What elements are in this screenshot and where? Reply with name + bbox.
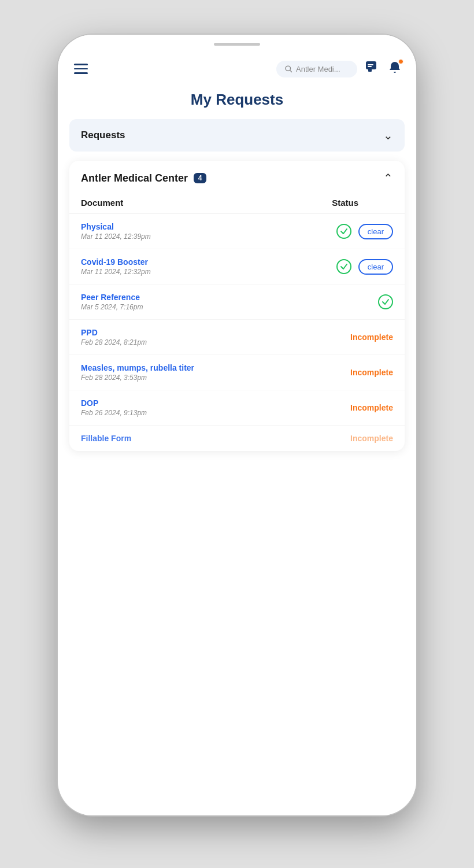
doc-info: Fillable Form — [81, 434, 131, 443]
search-placeholder-text: Antler Medi... — [296, 65, 340, 73]
table-row: PPD Feb 28 2024, 8:21pm Incomplete — [69, 320, 405, 355]
check-circle-icon — [336, 259, 351, 274]
table-row: Physical Mar 11 2024, 12:39pm clear — [69, 214, 405, 249]
check-circle-icon — [336, 224, 351, 239]
notch-bar — [58, 35, 416, 50]
doc-name[interactable]: Fillable Form — [81, 434, 131, 443]
phone-content: Antler Medi... — [58, 50, 416, 815]
chat-icon — [364, 60, 380, 76]
check-circle-icon — [378, 294, 393, 309]
collapse-icon[interactable]: ⌃ — [383, 171, 393, 185]
card-title: Antler Medical Center — [81, 172, 188, 184]
table-row: Peer Reference Mar 5 2024, 7:16pm — [69, 285, 405, 320]
phone-frame: Antler Medi... — [58, 35, 416, 815]
status-incomplete: Incomplete — [350, 368, 393, 377]
doc-info: Measles, mumps, rubella titer Feb 28 202… — [81, 363, 194, 382]
col-document-header: Document — [81, 198, 123, 208]
search-icon — [284, 65, 292, 73]
col-status-header: Status — [332, 198, 358, 208]
svg-rect-3 — [368, 69, 372, 72]
requests-dropdown[interactable]: Requests ⌄ — [69, 119, 405, 152]
notch-pill — [214, 43, 260, 46]
doc-status-area: Incomplete — [324, 368, 393, 377]
doc-name[interactable]: PPD — [81, 328, 147, 337]
requests-dropdown-label: Requests — [81, 130, 125, 141]
card-title-area: Antler Medical Center 4 — [81, 172, 206, 184]
doc-info: Physical Mar 11 2024, 12:39pm — [81, 222, 151, 241]
table-row: Fillable Form Incomplete — [69, 426, 405, 451]
doc-status-area — [324, 294, 393, 309]
doc-date: Feb 28 2024, 8:21pm — [81, 338, 147, 346]
card-count-badge: 4 — [194, 173, 206, 183]
doc-status-area: clear — [324, 259, 393, 275]
hamburger-menu-icon[interactable] — [72, 61, 90, 76]
doc-date: Mar 11 2024, 12:32pm — [81, 268, 151, 276]
doc-name[interactable]: Peer Reference — [81, 293, 143, 302]
doc-name[interactable]: DOP — [81, 398, 147, 408]
doc-name[interactable]: Measles, mumps, rubella titer — [81, 363, 194, 372]
notification-dot — [398, 59, 403, 64]
search-box[interactable]: Antler Medi... — [276, 61, 357, 77]
table-row: DOP Feb 26 2024, 9:13pm Incomplete — [69, 390, 405, 426]
doc-date: Feb 28 2024, 3:53pm — [81, 374, 194, 382]
doc-status-area: Incomplete — [324, 434, 393, 443]
header-right: Antler Medi... — [276, 60, 402, 78]
svg-line-1 — [290, 71, 292, 72]
header: Antler Medi... — [58, 50, 416, 85]
svg-rect-5 — [368, 66, 372, 67]
table-row: Covid-19 Booster Mar 11 2024, 12:32pm cl… — [69, 249, 405, 285]
clear-button[interactable]: clear — [358, 259, 393, 275]
svg-point-0 — [286, 66, 290, 71]
doc-info: PPD Feb 28 2024, 8:21pm — [81, 328, 147, 346]
doc-status-area: Incomplete — [324, 333, 393, 342]
doc-info: Covid-19 Booster Mar 11 2024, 12:32pm — [81, 257, 151, 276]
doc-date: Mar 11 2024, 12:39pm — [81, 232, 151, 241]
chevron-down-icon: ⌄ — [383, 128, 393, 142]
doc-status-area: clear — [324, 224, 393, 239]
card-header: Antler Medical Center 4 ⌃ — [69, 161, 405, 193]
doc-info: Peer Reference Mar 5 2024, 7:16pm — [81, 293, 143, 311]
doc-info: DOP Feb 26 2024, 9:13pm — [81, 398, 147, 417]
doc-status-area: Incomplete — [324, 403, 393, 412]
doc-name[interactable]: Physical — [81, 222, 151, 231]
chat-icon-button[interactable] — [364, 60, 380, 78]
status-incomplete: Incomplete — [350, 403, 393, 412]
page-title: My Requests — [58, 85, 416, 119]
doc-name[interactable]: Covid-19 Booster — [81, 257, 151, 267]
column-headers: Document Status — [69, 193, 405, 214]
status-incomplete-faded: Incomplete — [350, 434, 393, 443]
table-row: Measles, mumps, rubella titer Feb 28 202… — [69, 355, 405, 390]
notification-bell-button[interactable] — [387, 60, 402, 77]
clear-button[interactable]: clear — [358, 224, 393, 239]
status-incomplete: Incomplete — [350, 333, 393, 342]
main-card: Antler Medical Center 4 ⌃ Document Statu… — [69, 161, 405, 451]
svg-rect-4 — [368, 64, 373, 65]
doc-date: Feb 26 2024, 9:13pm — [81, 409, 147, 417]
doc-date: Mar 5 2024, 7:16pm — [81, 303, 143, 311]
